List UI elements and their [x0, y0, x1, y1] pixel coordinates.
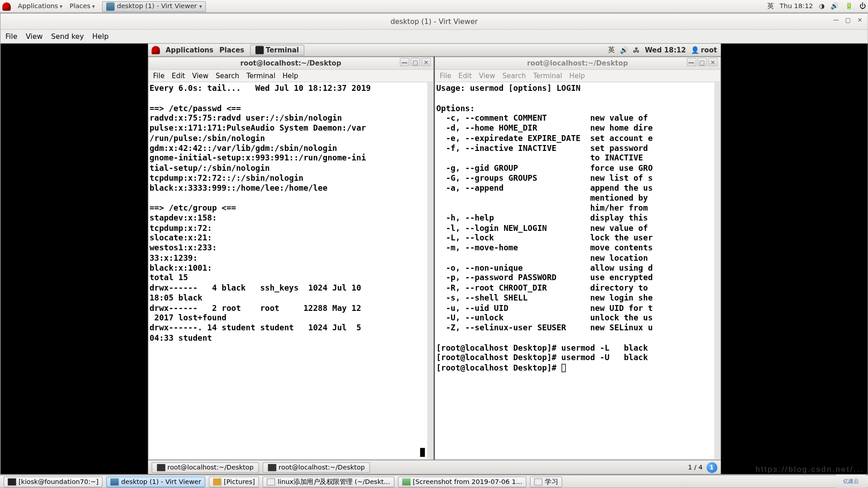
term-menu-view[interactable]: View — [192, 71, 208, 80]
cursor-icon — [561, 364, 566, 372]
guest-task-terminal-2[interactable]: root@localhost:~/Desktop — [263, 462, 370, 473]
term-menu-edit[interactable]: Edit — [458, 71, 472, 80]
guest-clock[interactable]: Wed 18:12 — [645, 46, 686, 54]
terminal-right-close[interactable]: ✕ — [708, 58, 717, 66]
terminal-right-content: Usage: usermod [options] LOGIN Options: … — [436, 84, 653, 372]
terminal-icon — [268, 464, 276, 471]
host-task-2[interactable]: [Pictures] — [209, 476, 259, 487]
host-task-4[interactable]: [Screenshot from 2019-07-06 1... — [398, 476, 526, 487]
terminal-icon — [157, 464, 165, 471]
image-icon — [402, 478, 410, 485]
terminal-left-minimize[interactable]: — — [400, 58, 409, 66]
folder-icon — [213, 478, 221, 485]
term-menu-search[interactable]: Search — [502, 71, 526, 80]
guest-volume-icon[interactable]: 🔊 — [620, 46, 628, 54]
terminal-left-title: root@localhost:~/Desktop — [241, 59, 341, 67]
virt-menu-view[interactable]: View — [26, 32, 43, 40]
chevron-down-icon: ▾ — [199, 3, 202, 9]
volume-icon[interactable]: 🔊 — [830, 2, 839, 10]
terminal-left-title-bar[interactable]: root@localhost:~/Desktop — ▢ ✕ — [148, 57, 433, 70]
guest-terminal-tab[interactable]: Terminal — [250, 44, 304, 55]
host-task-label: 学习 — [545, 477, 558, 486]
applications-menu[interactable]: Applications — [18, 2, 62, 10]
guest-task-terminal-1[interactable]: root@localhost:~/Desktop — [151, 462, 259, 473]
active-app-tab[interactable]: desktop (1) - Virt Viewer ▾ — [102, 1, 206, 12]
terminal-tab-label: Terminal — [266, 46, 299, 54]
guest-applications-menu[interactable]: Applications — [165, 46, 213, 54]
gnome-foot-icon — [2, 2, 10, 10]
terminal-right-body[interactable]: Usage: usermod [options] LOGIN Options: … — [435, 82, 720, 459]
term-menu-edit[interactable]: Edit — [172, 71, 185, 80]
virt-title-text: desktop (1) - Virt Viewer — [391, 17, 478, 25]
terminal-icon — [8, 478, 16, 485]
host-task-label: [Pictures] — [224, 478, 255, 485]
term-menu-search[interactable]: Search — [216, 71, 239, 80]
host-task-label: linux添加用户及权限管理 (~/Deskt... — [278, 477, 390, 486]
term-menu-file[interactable]: File — [153, 71, 165, 80]
watermark-text: https://blog.csdn.net/... — [755, 465, 863, 474]
term-menu-help[interactable]: Help — [569, 71, 585, 80]
terminal-right-title-bar[interactable]: root@localhost:~/Desktop — ▢ ✕ — [435, 57, 720, 70]
places-menu[interactable]: Places — [70, 2, 95, 10]
terminal-icon — [255, 46, 264, 54]
minimize-button[interactable]: — — [832, 16, 840, 24]
host-task-1[interactable]: desktop (1) - Virt Viewer — [106, 476, 205, 487]
virt-menu-bar: File View Send key Help — [0, 30, 868, 43]
battery-icon[interactable]: 🔋 — [845, 2, 853, 10]
host-task-label: [Screenshot from 2019-07-06 1... — [413, 478, 522, 485]
notification-badge[interactable]: 1 — [706, 462, 717, 473]
guest-task-label: root@localhost:~/Desktop — [278, 464, 365, 471]
app-icon — [106, 2, 114, 10]
term-menu-terminal[interactable]: Terminal — [246, 71, 275, 80]
guest-user-menu[interactable]: 👤 root — [691, 46, 717, 54]
virt-menu-file[interactable]: File — [5, 32, 18, 40]
virt-menu-help[interactable]: Help — [92, 32, 108, 40]
host-top-panel: Applications Places desktop (1) - Virt V… — [0, 0, 868, 13]
terminal-left-menu: File Edit View Search Terminal Help — [148, 70, 433, 82]
host-task-3[interactable]: linux添加用户及权限管理 (~/Deskt... — [263, 476, 394, 487]
terminal-left-content: Every 6.0s: tail... Wed Jul 10 18:12:37 … — [150, 84, 371, 343]
guest-ime-indicator[interactable]: 英 — [608, 45, 615, 54]
maximize-button[interactable]: ▢ — [844, 16, 852, 24]
terminal-left-maximize[interactable]: ▢ — [410, 58, 420, 66]
guest-network-icon[interactable]: 🖧 — [633, 46, 640, 54]
scrollbar[interactable] — [427, 82, 433, 459]
term-menu-view[interactable]: View — [479, 71, 495, 80]
gnome-foot-icon — [151, 46, 160, 54]
ime-indicator[interactable]: 英 — [767, 2, 774, 11]
virt-viewer-window: desktop (1) - Virt Viewer — ▢ ✕ File Vie… — [0, 13, 868, 475]
cloud-brand-logo: 亿速云 — [836, 475, 866, 488]
host-clock[interactable]: Thu 18:12 — [780, 2, 813, 10]
host-task-label: [kiosk@foundation70:~] — [19, 478, 99, 485]
terminal-window-left: root@localhost:~/Desktop — ▢ ✕ File Edit… — [148, 56, 434, 460]
a11y-icon[interactable]: ◑ — [819, 2, 825, 10]
virt-title-bar[interactable]: desktop (1) - Virt Viewer — ▢ ✕ — [0, 14, 868, 30]
term-menu-terminal[interactable]: Terminal — [533, 71, 562, 80]
active-app-label: desktop (1) - Virt Viewer — [117, 2, 197, 10]
close-button[interactable]: ✕ — [856, 16, 864, 24]
terminal-left-close[interactable]: ✕ — [421, 58, 431, 66]
term-menu-file[interactable]: File — [440, 71, 451, 80]
host-bottom-panel: [kiosk@foundation70:~] desktop (1) - Vir… — [0, 475, 868, 488]
terminal-right-maximize[interactable]: ▢ — [697, 58, 707, 66]
user-icon: 👤 — [691, 46, 699, 54]
term-menu-help[interactable]: Help — [283, 71, 298, 80]
terminal-right-title: root@localhost:~/Desktop — [527, 59, 628, 67]
guest-task-label: root@localhost:~/Desktop — [167, 464, 254, 471]
guest-user-label: root — [701, 46, 717, 54]
scrollbar[interactable] — [714, 82, 720, 459]
guest-display[interactable]: Applications Places Terminal 英 🔊 🖧 Wed 1… — [0, 43, 868, 474]
host-task-5[interactable]: 学习 — [530, 476, 562, 487]
guest-top-panel: Applications Places Terminal 英 🔊 🖧 Wed 1… — [148, 43, 721, 56]
virt-menu-sendkey[interactable]: Send key — [51, 32, 84, 40]
terminal-right-minimize[interactable]: — — [687, 58, 696, 66]
terminal-window-right: root@localhost:~/Desktop — ▢ ✕ File Edit… — [434, 56, 721, 460]
power-icon[interactable]: ⏻ — [859, 2, 866, 10]
cursor-icon — [420, 448, 425, 457]
terminal-left-body[interactable]: Every 6.0s: tail... Wed Jul 10 18:12:37 … — [148, 82, 433, 459]
guest-bottom-panel: root@localhost:~/Desktop root@localhost:… — [148, 460, 721, 474]
host-task-label: desktop (1) - Virt Viewer — [121, 478, 201, 485]
workspace-indicator[interactable]: 1 / 4 — [688, 464, 703, 471]
guest-places-menu[interactable]: Places — [219, 46, 244, 54]
host-task-0[interactable]: [kiosk@foundation70:~] — [4, 476, 103, 487]
